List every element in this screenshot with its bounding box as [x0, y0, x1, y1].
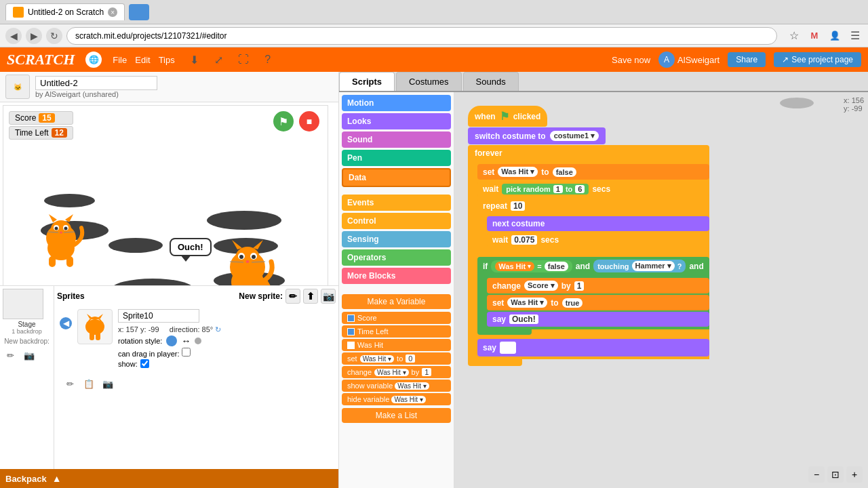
sprite-nav-button[interactable]: ◀ — [60, 317, 72, 329]
save-now-button[interactable]: Save now — [612, 55, 650, 65]
wait-secs-block[interactable]: wait 0.075 secs — [487, 232, 709, 247]
show-variable-block[interactable]: show variable Was Hit ▾ — [342, 380, 451, 392]
say-empty-val[interactable] — [500, 342, 516, 354]
ouch-val[interactable]: Ouch! — [509, 314, 538, 324]
zoom-fit-button[interactable]: ⊡ — [827, 466, 844, 483]
set-was-hit-block[interactable]: set Was Hit ▾ to 0 — [342, 352, 451, 365]
rotation-lr-button[interactable]: ↔ — [181, 336, 191, 346]
stop-button[interactable]: ■ — [299, 111, 319, 131]
gmail-icon[interactable]: M — [807, 28, 822, 43]
rotation-none-button[interactable] — [195, 338, 201, 344]
motion-category[interactable]: Motion — [342, 95, 451, 111]
copy-sprite-icon[interactable]: 📋 — [81, 376, 96, 391]
score-dropdown[interactable]: Score ▾ — [524, 281, 558, 291]
expand-icon[interactable]: ⤢ — [210, 51, 228, 68]
reload-button[interactable]: ↻ — [46, 28, 62, 44]
touching-block[interactable]: touching Hammer ▾ ? — [593, 260, 686, 272]
menu-icon[interactable]: ☰ — [848, 28, 863, 43]
project-name-input[interactable] — [35, 76, 157, 90]
score-checkbox[interactable] — [347, 314, 355, 322]
true-val-block[interactable]: true — [562, 298, 583, 308]
was-hit-checkbox[interactable] — [347, 342, 355, 349]
can-drag-checkbox[interactable] — [182, 348, 191, 357]
edit-menu[interactable]: Edit — [135, 55, 150, 65]
user-icon[interactable]: 👤 — [827, 28, 842, 43]
direction-icon[interactable]: ↻ — [215, 325, 221, 333]
fullscreen-icon[interactable]: ⛶ — [235, 51, 252, 68]
data-category[interactable]: Data — [342, 168, 451, 187]
was-hit-set-dropdown[interactable]: Was Hit ▾ — [498, 167, 538, 177]
back-button[interactable]: ◀ — [5, 28, 22, 44]
more-blocks-category[interactable]: More Blocks — [342, 268, 451, 284]
new-tab-button[interactable] — [129, 4, 149, 20]
forward-button[interactable]: ▶ — [26, 28, 42, 44]
wait-val[interactable]: 0.075 — [511, 235, 537, 245]
upload-sprite-button[interactable]: ⬆ — [303, 289, 318, 304]
camera-icon[interactable]: 📷 — [22, 348, 37, 363]
set-var-dropdown[interactable]: Was Hit ▾ — [360, 355, 394, 363]
costume-dropdown[interactable]: costume1 ▾ — [550, 131, 599, 141]
set-val-input[interactable]: 0 — [406, 354, 415, 363]
hide-variable-block[interactable]: hide variable Was Hit ▾ — [342, 393, 451, 405]
sound-category[interactable]: Sound — [342, 131, 451, 148]
script-editor[interactable]: x: 156y: -99 when ⚑ clicked — [454, 92, 868, 488]
next-costume-block[interactable]: next costume — [487, 216, 709, 231]
scripts-tab[interactable]: Scripts — [339, 72, 395, 91]
was-hit-condition[interactable]: Was Hit ▾ = false — [491, 260, 572, 272]
download-icon[interactable]: ⬇ — [186, 51, 203, 68]
false-condition-val[interactable]: false — [545, 262, 568, 271]
was-hit-var-block[interactable]: Was Hit — [342, 339, 451, 351]
repeat-block[interactable]: repeat 10 next costume — [477, 199, 709, 256]
repeat-count[interactable]: 10 — [511, 201, 525, 211]
say-empty-block[interactable]: say — [477, 339, 709, 357]
change-val-input[interactable]: 1 — [422, 368, 431, 376]
time-checkbox[interactable] — [347, 328, 355, 336]
false-val-block[interactable]: false — [553, 167, 576, 177]
score-by-val[interactable]: 1 — [574, 281, 585, 291]
file-menu[interactable]: File — [113, 55, 127, 65]
change-score-block[interactable]: change Score ▾ by 1 — [487, 278, 709, 293]
set-was-hit-false-block[interactable]: set Was Hit ▾ to false — [477, 164, 709, 180]
tips-menu[interactable]: Tips — [159, 55, 175, 65]
make-list-button[interactable]: Make a List — [342, 408, 451, 423]
browser-tab[interactable]: Untitled-2 on Scratch × — [5, 3, 125, 20]
zoom-out-button[interactable]: − — [808, 466, 825, 483]
username-label[interactable]: AlSweigart — [677, 55, 719, 65]
hammer-dropdown[interactable]: Hammer ▾ — [632, 261, 675, 271]
help-icon[interactable]: ? — [259, 51, 277, 68]
tab-close-button[interactable]: × — [108, 7, 117, 17]
forever-block[interactable]: forever set Was Hit ▾ to false — [468, 145, 709, 366]
pick-random-block[interactable]: pick random 1 to 6 — [502, 184, 589, 195]
see-project-button[interactable]: ↗ See project page — [774, 52, 861, 67]
share-button[interactable]: Share — [728, 52, 766, 67]
control-category[interactable]: Control — [342, 213, 451, 229]
sprite-name-input[interactable] — [118, 309, 199, 323]
zoom-in-button[interactable]: + — [846, 466, 863, 483]
address-bar[interactable] — [66, 27, 777, 45]
edit-costume-icon[interactable]: ✏ — [62, 376, 77, 391]
switch-costume-block[interactable]: switch costume to costume1 ▾ — [468, 127, 606, 144]
was-hit-true-dropdown[interactable]: Was Hit ▾ — [507, 298, 547, 308]
costumes-tab[interactable]: Costumes — [396, 72, 462, 91]
change-was-hit-block[interactable]: change Was Hit ▾ by 1 — [342, 366, 451, 378]
photo-sprite-icon[interactable]: 📷 — [100, 376, 115, 391]
say-ouch-block[interactable]: say Ouch! — [487, 312, 709, 327]
green-flag-button[interactable]: ⚑ — [273, 111, 294, 131]
camera-sprite-button[interactable]: 📷 — [321, 289, 336, 304]
paint-sprite-button[interactable]: ✏ — [285, 289, 300, 304]
rand-to[interactable]: 6 — [575, 185, 585, 193]
score-var-block[interactable]: Score — [342, 312, 451, 324]
sensing-category[interactable]: Sensing — [342, 231, 451, 247]
events-category[interactable]: Events — [342, 195, 451, 211]
time-left-var-block[interactable]: Time Left — [342, 325, 451, 338]
show-checkbox[interactable] — [140, 359, 149, 368]
was-hit-var[interactable]: Was Hit ▾ — [495, 262, 534, 271]
rotation-all-button[interactable] — [166, 336, 177, 346]
backpack-arrow[interactable]: ▲ — [52, 473, 62, 484]
looks-category[interactable]: Looks — [342, 113, 451, 129]
if-block[interactable]: if Was Hit ▾ = false — [477, 257, 709, 335]
wait-random-block[interactable]: wait pick random 1 to 6 secs — [477, 181, 709, 197]
sounds-tab[interactable]: Sounds — [463, 72, 519, 91]
globe-icon[interactable]: 🌐 — [85, 52, 102, 68]
make-variable-button[interactable]: Make a Variable — [342, 294, 451, 309]
